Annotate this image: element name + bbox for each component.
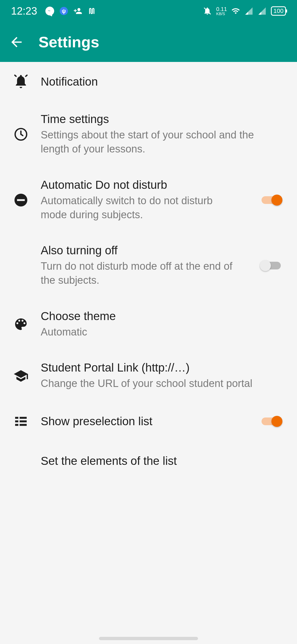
status-bar: 12:23 ~ ψ 0.11 KB/S 100 [0,0,297,22]
list-icon [12,413,30,430]
wifi-icon [231,7,240,15]
svg-rect-8 [15,424,18,426]
switch-preselection[interactable] [262,417,281,425]
svg-rect-6 [15,421,18,422]
svg-rect-9 [20,424,27,426]
palette-icon [12,315,30,333]
switch-dnd-off[interactable] [262,262,281,269]
status-left: 12:23 ~ ψ [11,5,97,17]
settings-list: Notification Time settings Settings abou… [0,62,297,481]
row-title: Student Portal Link (http://…) [41,361,279,374]
row-theme[interactable]: Choose theme Automatic [0,299,297,350]
graduation-cap-icon [12,367,30,385]
row-title: Also turning off [41,244,241,257]
svg-rect-7 [20,421,27,422]
row-time-settings[interactable]: Time settings Settings about the start o… [0,102,297,167]
row-preselection[interactable]: Show preselection list [0,402,297,441]
svg-rect-5 [20,417,27,419]
network-speed: 0.11 KB/S [216,6,227,16]
svg-rect-3 [17,199,25,201]
net-speed-value: 0.11 [216,6,227,12]
app-n-icon [88,7,97,15]
do-not-disturb-icon [12,191,30,209]
app-bar: Settings [0,22,297,62]
row-title: Notification [41,75,279,88]
row-title: Automatic Do not disturb [41,178,241,192]
row-title: Time settings [41,113,279,126]
row-title: Set the elements of the list [41,454,279,468]
row-subtitle: Change the URL of your school student po… [41,376,279,391]
net-speed-unit: KB/S [216,12,227,16]
battery-level: 100 [273,7,284,14]
signal-icon-2 [258,7,266,15]
row-subtitle: Turn do not disturb mode off at the end … [41,259,241,288]
usb-icon: ψ [60,7,68,15]
row-subtitle: Automatic [41,325,279,339]
row-dnd-off[interactable]: Also turning off Turn do not disturb mod… [0,233,297,299]
row-set-elements[interactable]: Set the elements of the list [0,441,297,481]
vibrate-icon [203,7,212,15]
page-title: Settings [38,33,99,51]
messenger-icon: ~ [45,7,54,15]
back-button[interactable] [8,34,25,50]
status-right: 0.11 KB/S 100 [203,6,286,16]
battery-icon: 100 [271,6,286,16]
row-subtitle: Automatically switch to do not disturb m… [41,194,241,222]
clock-icon [12,125,30,143]
arrow-back-icon [9,34,24,50]
bell-icon [12,73,30,91]
row-title: Choose theme [41,310,279,323]
switch-auto-dnd[interactable] [262,196,281,204]
row-notification[interactable]: Notification [0,62,297,102]
row-auto-dnd[interactable]: Automatic Do not disturb Automatically s… [0,167,297,233]
svg-rect-4 [15,417,18,419]
row-subtitle: Settings about the start of your school … [41,128,279,156]
signal-icon-1 [244,7,253,15]
status-clock: 12:23 [11,5,37,17]
row-portal-link[interactable]: Student Portal Link (http://…) Change th… [0,350,297,402]
gesture-nav-hint [99,637,198,640]
row-title: Show preselection list [41,415,241,428]
person-add-icon [73,7,82,15]
